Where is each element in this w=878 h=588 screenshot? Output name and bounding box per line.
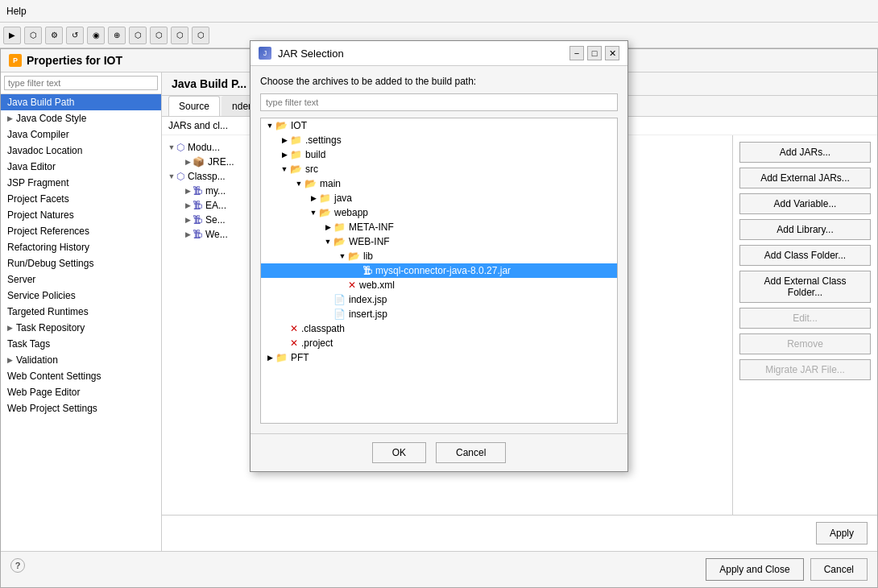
- toolbar-btn-10[interactable]: ⬡: [192, 27, 209, 44]
- tree-item-webapp[interactable]: ▼ 📂 webapp: [261, 205, 617, 220]
- toolbar-btn-3[interactable]: ⚙: [45, 27, 63, 44]
- sidebar-item-refactoring[interactable]: Refactoring History: [1, 239, 161, 255]
- add-class-folder-button[interactable]: Add Class Folder...: [739, 245, 871, 266]
- tree-item-java[interactable]: ▶ 📁 java: [261, 191, 617, 205]
- maximize-button[interactable]: □: [587, 46, 602, 60]
- sidebar-item-java-compiler[interactable]: Java Compiler: [1, 126, 161, 143]
- sidebar-item-task-repository[interactable]: ▶ Task Repository: [1, 320, 161, 336]
- folder-icon: 📁: [333, 222, 346, 233]
- sidebar-item-java-code-style[interactable]: ▶ Java Code Style: [1, 110, 161, 126]
- tree-item-src[interactable]: ▼ 📂 src: [261, 162, 617, 176]
- ok-button[interactable]: OK: [372, 442, 426, 463]
- right-action-buttons: Add JARs... Add External JARs... Add Var…: [732, 135, 877, 515]
- minimize-button[interactable]: −: [569, 46, 584, 60]
- sidebar-filter-input[interactable]: [4, 76, 158, 90]
- dialog-filter-input[interactable]: [260, 93, 618, 111]
- folder-icon: 📁: [290, 135, 302, 146]
- tree-item-web-inf[interactable]: ▼ 📂 WEB-INF: [261, 234, 617, 249]
- toolbar-btn-7[interactable]: ⬡: [129, 27, 147, 44]
- sidebar-item-label: Web Page Editor: [7, 387, 81, 398]
- properties-sidebar: Java Build Path ▶ Java Code Style Java C…: [1, 72, 162, 551]
- expand-icon: ▶: [183, 201, 193, 209]
- sidebar-item-web-content[interactable]: Web Content Settings: [1, 368, 161, 384]
- sidebar-item-label: JSP Fragment: [7, 177, 68, 188]
- sidebar-item-javadoc[interactable]: Javadoc Location: [1, 143, 161, 159]
- jar-selection-tree[interactable]: ▼ 📂 IOT ▶ 📁 .settings ▶ 📁 build: [260, 118, 618, 424]
- sidebar-item-targeted-runtimes[interactable]: Targeted Runtimes: [1, 304, 161, 320]
- dialog-cancel-button[interactable]: Cancel: [436, 442, 506, 463]
- expand-icon: ▼: [167, 143, 176, 151]
- tree-label: .settings: [305, 135, 342, 146]
- tree-item-web-xml[interactable]: ✕ web.xml: [261, 278, 617, 292]
- sidebar-item-service-policies[interactable]: Service Policies: [1, 288, 161, 304]
- sidebar-item-label: Web Project Settings: [7, 403, 97, 414]
- add-external-class-folder-button[interactable]: Add External Class Folder...: [739, 271, 871, 303]
- cancel-button[interactable]: Cancel: [810, 558, 868, 581]
- tree-item-settings[interactable]: ▶ 📁 .settings: [261, 133, 617, 147]
- dialog-body: Choose the archives to be added to the b…: [251, 66, 627, 433]
- sidebar-item-jsp-fragment[interactable]: JSP Fragment: [1, 175, 161, 191]
- toolbar-btn-5[interactable]: ◉: [87, 27, 105, 44]
- sidebar-item-server[interactable]: Server: [1, 271, 161, 288]
- sidebar-item-project-references[interactable]: Project References: [1, 223, 161, 239]
- add-jars-button[interactable]: Add JARs...: [739, 142, 871, 163]
- tree-item-lib[interactable]: ▼ 📂 lib: [261, 249, 617, 263]
- toolbar-btn-6[interactable]: ⊕: [108, 27, 126, 44]
- remove-button[interactable]: Remove: [739, 333, 871, 354]
- sidebar-item-label: Run/Debug Settings: [7, 258, 93, 269]
- toolbar-btn-1[interactable]: ▶: [3, 27, 21, 44]
- sidebar-item-label: Project Natures: [7, 209, 74, 221]
- tree-label: src: [305, 164, 318, 175]
- apply-button[interactable]: Apply: [816, 522, 868, 545]
- tree-item-build[interactable]: ▶ 📁 build: [261, 147, 617, 162]
- sidebar-item-run-debug[interactable]: Run/Debug Settings: [1, 255, 161, 271]
- sidebar-item-task-tags[interactable]: Task Tags: [1, 336, 161, 352]
- tree-item-classpath[interactable]: ✕ .classpath: [261, 321, 617, 336]
- tree-label: META-INF: [349, 222, 394, 233]
- tree-item-project[interactable]: ✕ .project: [261, 336, 617, 350]
- folder-open-icon: 📂: [319, 207, 331, 218]
- expand-arrow: ▶: [7, 324, 13, 332]
- sidebar-item-label: Java Editor: [7, 161, 56, 172]
- toolbar-btn-8[interactable]: ⬡: [150, 27, 168, 44]
- tree-label: .project: [301, 337, 333, 349]
- migrate-jar-button[interactable]: Migrate JAR File...: [739, 359, 871, 380]
- tree-item-label: We...: [205, 229, 228, 240]
- toolbar-btn-2[interactable]: ⬡: [24, 27, 42, 44]
- tree-item-main[interactable]: ▼ 📂 main: [261, 176, 617, 191]
- sidebar-item-project-facets[interactable]: Project Facets: [1, 191, 161, 207]
- sidebar-item-java-build-path[interactable]: Java Build Path: [1, 94, 161, 110]
- tree-item-meta-inf[interactable]: ▶ 📁 META-INF: [261, 220, 617, 234]
- tree-item-insert-jsp[interactable]: 📄 insert.jsp: [261, 307, 617, 321]
- add-variable-button[interactable]: Add Variable...: [739, 193, 871, 214]
- apply-close-button[interactable]: Apply and Close: [706, 558, 803, 581]
- jar-icon: 📦: [193, 156, 205, 168]
- sidebar-item-label: Refactoring History: [7, 242, 89, 253]
- menu-help[interactable]: Help: [6, 6, 27, 17]
- sidebar-item-label: Project Facets: [7, 193, 69, 205]
- tab-source[interactable]: Source: [168, 96, 220, 116]
- sidebar-item-project-natures[interactable]: Project Natures: [1, 207, 161, 223]
- add-external-jars-button[interactable]: Add External JARs...: [739, 168, 871, 188]
- sidebar-item-web-project[interactable]: Web Project Settings: [1, 400, 161, 416]
- add-library-button[interactable]: Add Library...: [739, 219, 871, 240]
- edit-button[interactable]: Edit...: [739, 308, 871, 329]
- close-button[interactable]: ✕: [605, 46, 619, 60]
- sidebar-list: Java Build Path ▶ Java Code Style Java C…: [1, 94, 161, 551]
- sidebar-item-label: Service Policies: [7, 290, 76, 301]
- sidebar-item-java-editor[interactable]: Java Editor: [1, 159, 161, 175]
- sidebar-item-validation[interactable]: ▶ Validation: [1, 352, 161, 368]
- sidebar-item-web-page-editor[interactable]: Web Page Editor: [1, 384, 161, 400]
- toolbar-btn-9[interactable]: ⬡: [171, 27, 188, 44]
- jar-selection-dialog: J JAR Selection − □ ✕ Choose the archive…: [250, 40, 628, 472]
- tree-item-index-jsp[interactable]: 📄 index.jsp: [261, 292, 617, 307]
- tree-item-pft[interactable]: ▶ 📁 PFT: [261, 350, 617, 365]
- help-icon[interactable]: ?: [10, 558, 25, 573]
- expand-arrow: ▶: [7, 356, 13, 364]
- tree-item-mysql-jar[interactable]: 🗜 mysql-connector-java-8.0.27.jar: [261, 263, 617, 278]
- xml-icon: ✕: [290, 337, 298, 349]
- tree-item-iot[interactable]: ▼ 📂 IOT: [261, 118, 617, 133]
- sidebar-item-label: Web Content Settings: [7, 371, 101, 382]
- toolbar-btn-4[interactable]: ↺: [66, 27, 84, 44]
- apply-area: Apply: [162, 515, 877, 551]
